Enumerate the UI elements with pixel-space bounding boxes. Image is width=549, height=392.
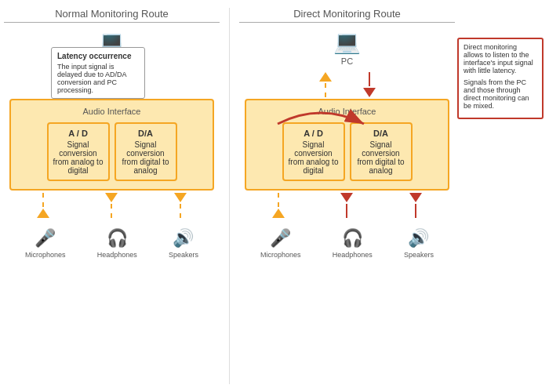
right-ad-title: A / D: [287, 129, 340, 138]
right-mic-item: 🎤 Microphones: [260, 228, 301, 259]
left-speaker-label: Speakers: [169, 251, 198, 259]
direct-callout: Direct monitoring allows to listen to th…: [457, 38, 544, 119]
left-mic-item: 🎤 Microphones: [25, 228, 66, 259]
right-headphone-icon: 🎧: [342, 228, 363, 249]
right-ai-box: Audio Interface A / D Signal conversion …: [245, 99, 449, 191]
left-headphone-icon: 🎧: [107, 228, 128, 249]
right-bottom-arrows: [245, 193, 449, 218]
latency-callout: Latency occurrence The input signal is d…: [51, 47, 145, 99]
right-arrow-down-col: [363, 72, 376, 97]
left-hp-line: [111, 204, 112, 218]
right-arrow-up: [319, 72, 332, 82]
left-sp-arrow-col: [174, 193, 187, 218]
left-speaker-icon: 🔊: [173, 228, 194, 249]
left-da-box: D/A Signal conversion from digital to an…: [115, 122, 177, 181]
right-solid-line-down: [369, 72, 370, 86]
right-ai-label: Audio Interface: [251, 107, 443, 116]
right-speaker-label: Speakers: [404, 251, 434, 259]
left-da-title: D/A: [119, 129, 173, 138]
right-arrow-down: [363, 88, 376, 97]
right-pc-icon: 💻: [333, 29, 361, 55]
left-hp-arrow-col: [105, 193, 118, 218]
latency-title: Latency occurrence: [57, 52, 139, 60]
left-sp-line: [180, 204, 181, 218]
right-pc-area: 💻 PC: [333, 29, 361, 66]
left-sp-arrow: [174, 193, 187, 202]
left-converters: A / D Signal conversion from analog to d…: [16, 122, 208, 181]
left-ai-box: Audio Interface A / D Signal conversion …: [9, 99, 214, 191]
latency-desc: The input signal is delayed due to AD/DA…: [57, 63, 139, 94]
left-bottom-arrows: [9, 193, 214, 218]
left-mic-line: [42, 193, 44, 207]
left-mic-label: Microphones: [25, 251, 66, 259]
right-dashed-line-up: [325, 83, 326, 97]
right-converters: A / D Signal conversion from analog to d…: [251, 122, 443, 181]
right-hp-arrow-col: [340, 193, 353, 218]
left-ad-desc: Signal conversion from analog to digital: [52, 140, 105, 175]
divider: [229, 8, 230, 384]
left-ad-title: A / D: [52, 129, 105, 138]
right-pc-label: PC: [341, 56, 353, 66]
right-sp-line: [415, 204, 416, 218]
left-ad-box: A / D Signal conversion from analog to d…: [47, 122, 110, 181]
direct-callout-text2: Signals from the PC and those through di…: [464, 78, 537, 110]
right-headphone-item: 🎧 Headphones: [333, 228, 373, 259]
left-hp-arrow: [105, 193, 118, 202]
left-mic-arrow-col: [37, 193, 49, 218]
left-diagram: Normal Monitoring Route Latency occurren…: [4, 8, 220, 384]
right-ad-box: A / D Signal conversion from analog to d…: [282, 122, 345, 181]
right-ad-desc: Signal conversion from analog to digital: [287, 140, 340, 175]
right-mic-label: Microphones: [260, 251, 301, 259]
left-speaker-item: 🔊 Speakers: [169, 228, 198, 259]
left-title: Normal Monitoring Route: [4, 8, 220, 23]
right-mic-icon: 🎤: [270, 228, 291, 249]
right-speaker-item: 🔊 Speakers: [404, 228, 434, 259]
left-icons-row: 🎤 Microphones 🎧 Headphones 🔊 Speakers: [9, 228, 214, 259]
right-hp-arrow: [340, 193, 353, 202]
left-mic-arrow: [37, 209, 49, 218]
right-da-desc: Signal conversion from digital to analog: [354, 140, 408, 175]
right-da-box: D/A Signal conversion from digital to an…: [350, 122, 413, 181]
right-icons-row: 🎤 Microphones 🎧 Headphones 🔊 Speakers: [245, 228, 449, 259]
right-speaker-icon: 🔊: [408, 228, 429, 249]
right-diagram: Direct Monitoring Route Direct monitorin…: [239, 8, 545, 384]
right-mic-line: [278, 193, 279, 207]
right-mic-arrow-col: [272, 193, 285, 218]
right-mic-arrow: [272, 209, 285, 218]
right-hp-line: [346, 204, 347, 218]
right-sp-arrow-col: [409, 193, 422, 218]
direct-callout-text1: Direct monitoring allows to listen to th…: [464, 43, 537, 74]
right-title: Direct Monitoring Route: [239, 8, 455, 23]
main-container: Normal Monitoring Route Latency occurren…: [0, 0, 549, 392]
right-arrow-up-col: [319, 72, 332, 97]
right-da-title: D/A: [354, 129, 408, 138]
left-ai-label: Audio Interface: [16, 107, 208, 116]
left-headphone-label: Headphones: [97, 251, 137, 259]
left-headphone-item: 🎧 Headphones: [97, 228, 137, 259]
right-sp-arrow: [409, 193, 422, 202]
left-da-desc: Signal conversion from digital to analog: [119, 140, 173, 175]
right-pc-ai-arrows: [245, 72, 449, 97]
right-headphone-label: Headphones: [333, 251, 373, 259]
left-mic-icon: 🎤: [35, 228, 56, 249]
